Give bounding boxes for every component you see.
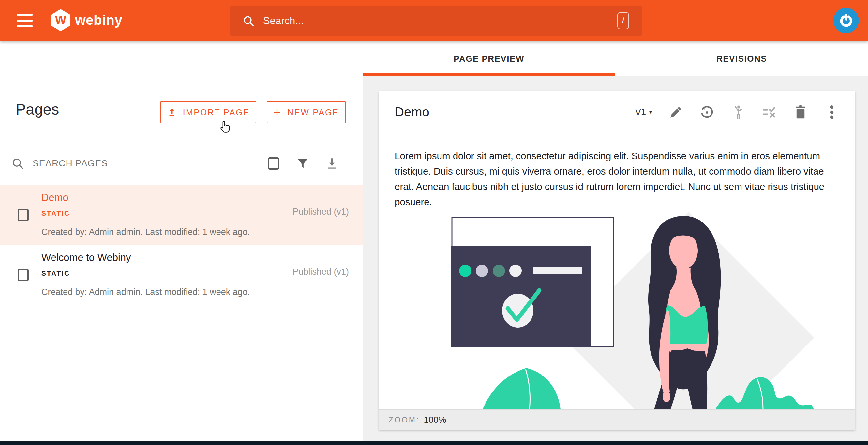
zoom-label: ZOOM: bbox=[389, 416, 420, 424]
user-avatar[interactable] bbox=[833, 8, 859, 33]
more-options-button[interactable] bbox=[824, 104, 840, 120]
edit-page-button[interactable] bbox=[667, 104, 683, 120]
preview-actions: V1 ▾ bbox=[635, 104, 840, 120]
zoom-value: 100% bbox=[424, 415, 446, 425]
history-restore-icon bbox=[699, 105, 714, 120]
global-search-input[interactable]: Search... / bbox=[230, 5, 642, 36]
new-page-button[interactable]: + NEW PAGE bbox=[267, 101, 346, 123]
page-details-panel: PAGE PREVIEW REVISIONS Demo V1 ▾ bbox=[363, 41, 868, 441]
page-title: Pages bbox=[16, 100, 59, 118]
logo-wordmark: webiny bbox=[75, 12, 122, 28]
page-preview-illustration bbox=[379, 212, 855, 410]
import-page-label: IMPORT PAGE bbox=[183, 107, 249, 117]
global-search-placeholder: Search... bbox=[263, 15, 304, 27]
preview-card-header: Demo V1 ▾ bbox=[379, 91, 855, 133]
request-review-button[interactable] bbox=[730, 104, 746, 120]
unpublish-button[interactable] bbox=[761, 104, 777, 120]
hamburger-menu-icon[interactable] bbox=[17, 14, 33, 27]
search-pages-icon bbox=[11, 157, 24, 170]
row-checkbox[interactable] bbox=[18, 209, 29, 221]
page-row-status: Published (v1) bbox=[292, 207, 349, 217]
tab-revisions[interactable]: REVISIONS bbox=[615, 41, 868, 76]
caret-down-icon: ▾ bbox=[649, 109, 652, 116]
page-row-meta: Created by: Admin admin. Last modified: … bbox=[41, 227, 250, 237]
preview-page-title: Demo bbox=[395, 105, 635, 119]
list-check-x-icon bbox=[762, 105, 777, 120]
page-row-type-badge: STATIC bbox=[41, 209, 70, 217]
mouse-cursor bbox=[218, 120, 231, 136]
row-checkbox[interactable] bbox=[18, 269, 29, 281]
kebab-menu-icon bbox=[830, 105, 834, 120]
page-row-title[interactable]: Demo bbox=[41, 192, 68, 204]
page-row-status: Published (v1) bbox=[292, 267, 349, 277]
import-page-button[interactable]: IMPORT PAGE bbox=[160, 101, 256, 123]
page-preview-card: Demo V1 ▾ bbox=[379, 91, 855, 430]
bottom-window-edge bbox=[0, 441, 868, 445]
trash-icon bbox=[794, 105, 807, 120]
select-all-checkbox[interactable] bbox=[268, 157, 279, 170]
gravatar-power-icon bbox=[839, 13, 853, 28]
delete-page-button[interactable] bbox=[792, 104, 809, 120]
page-row-type-badge: STATIC bbox=[41, 269, 70, 277]
top-bar: W webiny Search... / bbox=[0, 0, 868, 41]
page-row-meta: Created by: Admin admin. Last modified: … bbox=[41, 287, 250, 297]
pages-list-panel: Pages IMPORT PAGE + NEW PAGE SEARCH PAGE… bbox=[0, 41, 363, 441]
list-toolbar bbox=[268, 157, 363, 170]
download-icon[interactable] bbox=[326, 157, 338, 170]
webiny-admin-screen: W webiny Search... / Pages IMPORT PAGE bbox=[0, 0, 868, 445]
page-list-item-demo[interactable]: Demo STATIC Published (v1) Created by: A… bbox=[0, 185, 363, 245]
logo-letter: W bbox=[55, 13, 66, 27]
version-dropdown[interactable]: V1 ▾ bbox=[635, 107, 652, 117]
pages-search-row: SEARCH PAGES bbox=[0, 149, 363, 178]
search-pages-input[interactable]: SEARCH PAGES bbox=[33, 158, 268, 169]
page-row-title[interactable]: Welcome to Webiny bbox=[41, 252, 131, 264]
new-page-label: NEW PAGE bbox=[287, 107, 339, 117]
preview-zoom-bar: ZOOM: 100% bbox=[379, 410, 855, 430]
filter-icon[interactable] bbox=[297, 157, 308, 169]
page-list-item-welcome[interactable]: Welcome to Webiny STATIC Published (v1) … bbox=[0, 245, 363, 306]
webiny-hexagon-icon: W bbox=[51, 9, 70, 31]
version-label: V1 bbox=[635, 107, 646, 117]
upload-icon bbox=[167, 107, 177, 117]
search-icon bbox=[242, 15, 255, 27]
pencil-icon bbox=[668, 105, 682, 119]
person-icon bbox=[731, 105, 745, 120]
webiny-logo[interactable]: W webiny bbox=[51, 9, 122, 31]
details-tabs: PAGE PREVIEW REVISIONS bbox=[363, 41, 868, 76]
search-shortcut-key: / bbox=[617, 12, 629, 29]
revision-history-button[interactable] bbox=[699, 104, 715, 120]
page-body-text: Lorem ipsum dolor sit amet, consectetur … bbox=[395, 148, 839, 209]
tab-page-preview[interactable]: PAGE PREVIEW bbox=[363, 41, 615, 76]
